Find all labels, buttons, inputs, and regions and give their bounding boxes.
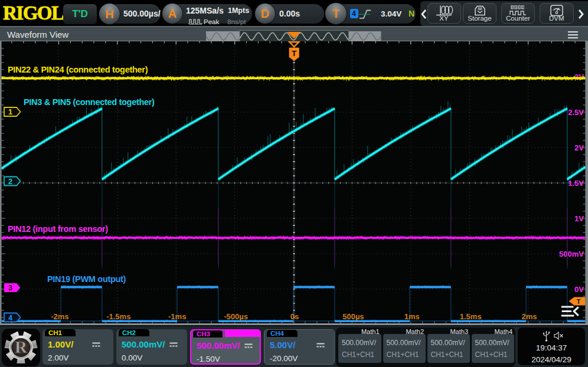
svg-text:T: T [292,49,297,58]
svg-text:500mV: 500mV [559,250,584,258]
svg-text:2.5V: 2.5V [568,108,584,117]
svg-text:T: T [576,298,580,305]
svg-text:1ms: 1ms [404,312,420,321]
svg-text:2: 2 [8,178,12,186]
svg-text:-2ms: -2ms [51,312,68,321]
svg-text:0V: 0V [574,285,584,294]
svg-text:1.5V: 1.5V [568,179,584,188]
svg-text:2ms: 2ms [522,312,537,321]
svg-text:PIN22 & PIN24 (connected toget: PIN22 & PIN24 (connected together) [8,65,148,74]
svg-text:-1.5ms: -1.5ms [106,312,130,321]
svg-text:0s: 0s [290,312,299,321]
svg-text:PIN19 (PWM output): PIN19 (PWM output) [47,274,126,284]
svg-text:1V: 1V [574,214,584,223]
svg-text:R: R [15,337,28,356]
svg-text:1: 1 [8,108,12,116]
svg-text:4: 4 [8,314,12,322]
svg-text:500µs: 500µs [342,312,364,321]
svg-text:PIN3 & PIN5 (connected togethe: PIN3 & PIN5 (connected together) [24,97,155,107]
svg-text:PIN12 (input from sensor): PIN12 (input from sensor) [8,224,108,234]
svg-text:3: 3 [8,284,12,292]
svg-text:2V: 2V [574,143,584,152]
svg-text:-1ms: -1ms [168,312,186,321]
svg-text:1.5ms: 1.5ms [460,312,482,321]
svg-text:-500µs: -500µs [224,312,248,321]
